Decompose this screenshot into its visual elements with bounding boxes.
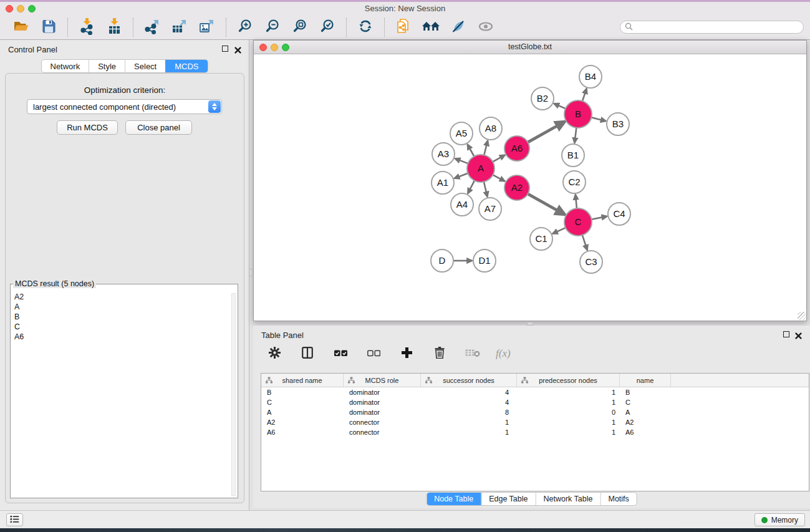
graph-node-label: A7 [485, 203, 496, 214]
result-item[interactable]: A6 [11, 332, 230, 342]
table-cell: B [620, 387, 671, 397]
import-table-button[interactable] [104, 17, 124, 37]
result-item[interactable]: C [11, 322, 230, 332]
graph-edge-A6-B[interactable] [528, 122, 565, 142]
zoom-out-button[interactable] [263, 17, 282, 37]
column-header-shared-name[interactable]: shared name [261, 374, 344, 387]
table-tab-network-table[interactable]: Network Table [536, 493, 600, 505]
show-column-button[interactable] [297, 344, 317, 364]
save-session-button[interactable] [39, 17, 59, 37]
show-hide-view-button[interactable] [476, 17, 496, 37]
column-header-successor-nodes[interactable]: successor nodes [421, 374, 517, 387]
window-resize-grip[interactable] [798, 312, 806, 320]
network-window-titlebar[interactable]: testGlobe.txt [254, 41, 806, 54]
table-tab-node-table[interactable]: Node Table [427, 493, 481, 505]
vertical-split-grip[interactable] [249, 269, 253, 276]
search-input[interactable] [636, 22, 803, 32]
unchecked-boxes-icon [367, 349, 380, 359]
graph-edge-B-B1[interactable] [574, 128, 576, 143]
graph-edge-A-A8[interactable] [484, 140, 488, 155]
import-network-button[interactable] [77, 17, 97, 37]
close-panel-button[interactable]: Close panel [125, 120, 192, 135]
network-canvas[interactable]: B4B2BB3B1A5A8A6A3AA1C2A4A7A2CC4C1C3DD1 [254, 55, 806, 321]
table-tab-edge-table[interactable]: Edge Table [481, 493, 535, 505]
close-table-panel-icon[interactable] [795, 331, 802, 342]
export-group [137, 17, 222, 37]
criterion-dropdown[interactable]: largest connected component (directed) [27, 99, 222, 114]
graph-edge-A-A7[interactable] [484, 181, 488, 196]
export-network-button[interactable] [142, 17, 162, 37]
float-table-panel-icon[interactable] [783, 331, 789, 337]
table-body: Bdominator41BCdominator41CAdominator80AA… [261, 387, 809, 437]
graph-edge-A-A6[interactable] [493, 155, 504, 162]
result-item[interactable]: A [11, 302, 230, 312]
result-item[interactable]: B [11, 312, 230, 322]
run-mcds-button[interactable]: Run MCDS [57, 120, 118, 135]
graph-edge-B-B3[interactable] [591, 117, 605, 121]
delete-column-button[interactable] [430, 344, 450, 364]
tab-network[interactable]: Network [41, 60, 89, 72]
plus-icon [402, 347, 412, 360]
tab-select[interactable]: Select [125, 60, 165, 72]
export-table-button[interactable] [170, 17, 190, 37]
table-cell: C [620, 397, 671, 407]
column-header-MCDS-role[interactable]: MCDS role [344, 374, 421, 387]
refresh-view-button[interactable] [355, 17, 375, 37]
graph-edge-A-A3[interactable] [455, 158, 468, 163]
graph-edge-C-C4[interactable] [592, 216, 607, 220]
graphics-details-icon [451, 19, 466, 36]
main-toolbar [0, 15, 810, 40]
graph-edge-B-B4[interactable] [582, 89, 587, 101]
gear-icon [269, 347, 281, 360]
column-header-predecessor-nodes[interactable]: predecessor nodes [517, 374, 620, 387]
graph-edge-A2-C[interactable] [528, 194, 565, 215]
task-history-button[interactable] [6, 513, 23, 526]
toolbar-separator [67, 18, 68, 37]
function-builder-button[interactable]: f(x) [496, 347, 511, 360]
open-session-button[interactable] [11, 17, 31, 37]
tab-style[interactable]: Style [89, 60, 125, 72]
node-table[interactable]: shared nameMCDS rolesuccessor nodesprede… [261, 373, 809, 491]
graph-edge-A-A5[interactable] [468, 144, 475, 156]
table-cell: A6 [620, 427, 671, 437]
network-file-icon [395, 18, 412, 37]
table-row[interactable]: Bdominator41B [261, 387, 809, 397]
create-network-from-file-button[interactable] [393, 17, 413, 37]
graph-edge-C-C1[interactable] [552, 228, 566, 234]
table-cell: 4 [421, 397, 517, 407]
graph-edge-C-C3[interactable] [582, 235, 587, 250]
table-row[interactable]: A2connector11A2 [261, 417, 809, 427]
table-toolbar: f(x) [264, 342, 511, 365]
table-settings-button[interactable] [264, 344, 284, 364]
graph-edge-C-C2[interactable] [576, 195, 577, 208]
result-list-scrollbar[interactable] [231, 293, 236, 496]
tab-mcds[interactable]: MCDS [165, 60, 207, 72]
close-panel-icon[interactable] [234, 45, 241, 56]
zoom-in-icon [238, 19, 253, 36]
table-row[interactable]: Cdominator41C [261, 397, 809, 407]
zoom-selected-button[interactable] [317, 17, 337, 37]
delete-table-button[interactable] [463, 344, 483, 364]
float-panel-icon[interactable] [222, 46, 228, 52]
graph-node-label: C3 [585, 256, 597, 267]
graph-edge-A-A1[interactable] [455, 173, 468, 178]
add-column-button[interactable] [397, 344, 417, 364]
result-item[interactable]: A2 [11, 292, 230, 302]
table-row[interactable]: A6connector11A6 [261, 427, 809, 437]
unselect-all-button[interactable] [364, 344, 383, 364]
graph-edge-A-A4[interactable] [468, 181, 475, 194]
home-layout-button[interactable] [421, 17, 441, 37]
graph-edge-B-B2[interactable] [554, 104, 566, 109]
export-image-button[interactable] [197, 17, 217, 37]
network-graph: B4B2BB3B1A5A8A6A3AA1C2A4A7A2CC4C1C3DD1 [254, 55, 806, 322]
graph-edge-A-A2[interactable] [493, 175, 504, 181]
graphics-details-button[interactable] [448, 17, 468, 37]
select-all-button[interactable] [330, 344, 350, 364]
zoom-fit-button[interactable] [290, 17, 310, 37]
table-cell: A [261, 407, 344, 417]
memory-button[interactable]: Memory [755, 513, 805, 526]
zoom-in-button[interactable] [235, 17, 255, 37]
table-row[interactable]: Adominator80A [261, 407, 809, 417]
table-tab-motifs[interactable]: Motifs [600, 493, 636, 505]
column-header-name[interactable]: name [620, 374, 671, 387]
